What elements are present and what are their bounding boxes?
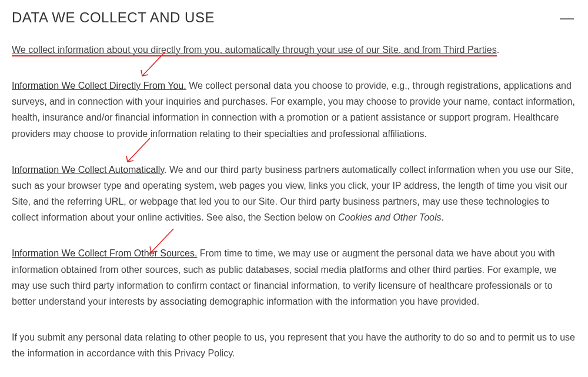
intro-underlined-text: We collect information about you directl… bbox=[12, 45, 497, 56]
intro-paragraph: We collect information about you directl… bbox=[12, 42, 576, 58]
collapse-button[interactable]: — bbox=[557, 6, 576, 30]
intro-period: . bbox=[497, 45, 499, 55]
section-heading-2: Information We Collect Automatically bbox=[12, 165, 164, 175]
section-heading-1: Information We Collect Directly From You… bbox=[12, 81, 186, 91]
section-automatically: Information We Collect Automatically. We… bbox=[12, 162, 576, 226]
svg-line-1 bbox=[128, 138, 150, 162]
cookies-reference: Cookies and Other Tools bbox=[338, 212, 442, 222]
section-body-2b: . bbox=[442, 212, 444, 222]
section-header: DATA WE COLLECT AND USE — bbox=[12, 6, 576, 30]
section-other-sources: Information We Collect From Other Source… bbox=[12, 245, 576, 309]
section-authority-statement: If you submit any personal data relating… bbox=[12, 329, 576, 361]
section-title: DATA WE COLLECT AND USE bbox=[12, 6, 215, 30]
section-directly-from-you: Information We Collect Directly From You… bbox=[12, 78, 576, 142]
section-heading-3: Information We Collect From Other Source… bbox=[12, 248, 197, 258]
